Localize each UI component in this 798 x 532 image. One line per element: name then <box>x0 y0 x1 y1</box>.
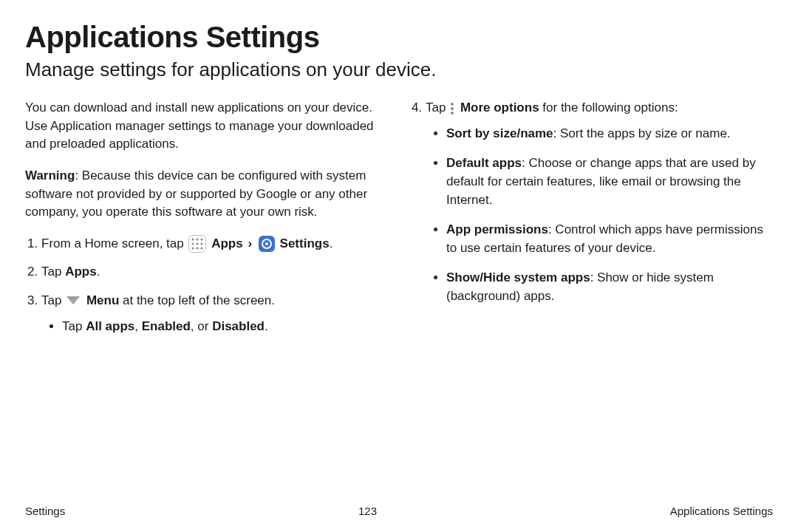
apps-icon <box>188 235 206 253</box>
option-app-permissions: App permissions: Control which apps have… <box>446 221 773 257</box>
option-default-label: Default apps <box>446 156 522 170</box>
svg-point-5 <box>201 243 203 245</box>
warning-label: Warning <box>25 168 75 183</box>
document-page: Applications Settings Manage settings fo… <box>0 0 798 532</box>
step-2: Tap Apps. <box>41 263 389 282</box>
step-1-chevron: › <box>248 236 255 250</box>
step-3-sub-item: Tap All apps, Enabled, or Disabled. <box>62 318 389 336</box>
steps-list: From a Home screen, tap Apps › <box>25 235 389 336</box>
settings-icon <box>259 236 275 252</box>
page-title: Applications Settings <box>25 21 773 54</box>
step-4-options: Sort by size/name: Sort the apps by size… <box>426 125 773 306</box>
warning-body: : Because this device can be configured … <box>25 168 367 219</box>
svg-point-3 <box>192 243 194 245</box>
step-3-sub-all: All apps <box>86 319 134 333</box>
option-sort-text: : Sort the apps by size or name. <box>553 126 731 140</box>
svg-point-1 <box>197 239 199 241</box>
footer-left: Settings <box>25 505 65 517</box>
footer-page-number: 123 <box>358 505 377 517</box>
option-sort: Sort by size/name: Sort the apps by size… <box>446 125 773 143</box>
page-subtitle: Manage settings for applications on your… <box>25 58 773 81</box>
step-3-prefix: Tap <box>41 293 65 307</box>
step-1-suffix: . <box>330 236 333 250</box>
warning-paragraph: Warning: Because this device can be conf… <box>25 167 389 222</box>
step-4-suffix: for the following options: <box>539 100 678 115</box>
step-1-settings-label: Settings <box>280 236 330 250</box>
svg-point-4 <box>197 243 199 245</box>
page-footer: Settings 123 Applications Settings <box>25 505 773 517</box>
svg-point-10 <box>265 242 268 245</box>
step-3: Tap Menu at the top left of the screen. … <box>41 292 389 335</box>
option-sort-label: Sort by size/name <box>446 126 553 140</box>
step-3-sub-or: , or <box>191 319 212 333</box>
step-1-apps-label: Apps <box>211 236 243 250</box>
step-3-menu-label: Menu <box>86 293 119 307</box>
step-3-sub-suffix: . <box>265 319 268 333</box>
step-3-suffix: at the top left of the screen. <box>119 293 275 307</box>
svg-point-7 <box>197 248 199 250</box>
content-columns: You can download and install new applica… <box>25 99 773 497</box>
svg-point-2 <box>201 239 203 241</box>
step-3-sub-enabled: Enabled <box>142 319 191 333</box>
step-2-suffix: . <box>97 265 100 279</box>
step-2-prefix: Tap <box>41 265 65 279</box>
step-3-sub-comma: , <box>134 319 141 333</box>
step-4-label: More options <box>460 100 539 115</box>
step-3-sub-prefix: Tap <box>62 319 86 333</box>
svg-point-6 <box>192 248 194 250</box>
footer-right: Applications Settings <box>670 505 773 517</box>
column-left: You can download and install new applica… <box>25 99 389 497</box>
svg-point-0 <box>192 239 194 241</box>
step-3-sublist: Tap All apps, Enabled, or Disabled. <box>41 318 389 336</box>
svg-point-8 <box>201 248 203 250</box>
step-4-prefix: Tap <box>426 100 449 115</box>
more-options-icon <box>451 103 454 115</box>
step-1-prefix: From a Home screen, tap <box>41 236 187 250</box>
steps-list-cont: Tap More options for the following optio… <box>409 99 773 306</box>
option-perm-label: App permissions <box>446 222 548 236</box>
option-show-hide: Show/Hide system apps: Show or hide syst… <box>446 269 773 305</box>
step-3-sub-disabled: Disabled <box>212 319 265 333</box>
step-4: Tap More options for the following optio… <box>426 99 773 306</box>
intro-text: You can download and install new applica… <box>25 99 389 154</box>
step-1: From a Home screen, tap Apps › <box>41 235 389 253</box>
step-2-label: Apps <box>65 265 97 279</box>
menu-dropdown-icon <box>66 296 80 304</box>
option-default-apps: Default apps: Choose or change apps that… <box>446 154 773 209</box>
option-showhide-label: Show/Hide system apps <box>446 270 590 284</box>
column-right: Tap More options for the following optio… <box>409 99 773 497</box>
